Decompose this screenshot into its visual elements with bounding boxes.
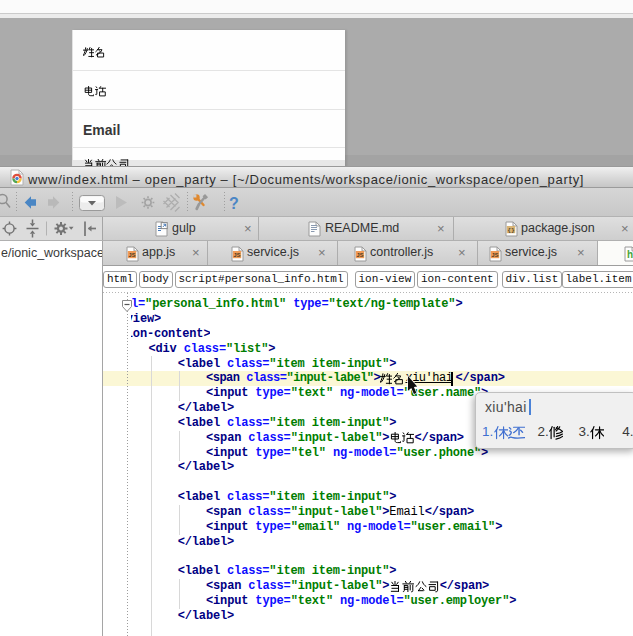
svg-text:JS: JS: [357, 252, 364, 258]
svg-text:JS: JS: [234, 252, 241, 258]
svg-text:?: ?: [229, 195, 239, 212]
svg-text:{}: {}: [507, 227, 515, 234]
svg-text:JS: JS: [129, 252, 136, 258]
svg-text:h: h: [627, 249, 633, 260]
svg-text:JS: JS: [492, 252, 499, 258]
